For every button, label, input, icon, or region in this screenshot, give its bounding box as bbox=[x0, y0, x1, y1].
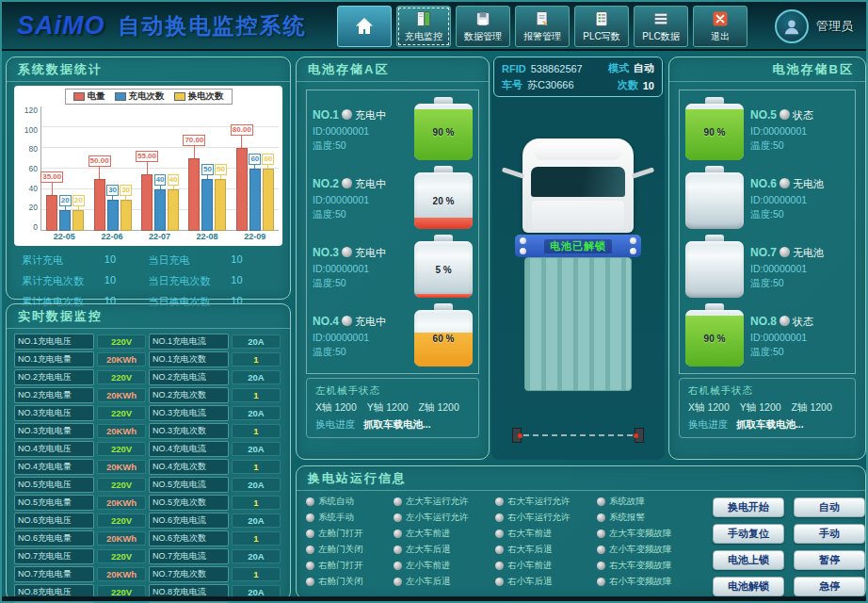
control-button[interactable]: 换电开始 bbox=[713, 497, 784, 517]
battery-status: 状态 bbox=[793, 316, 813, 327]
realtime-grid: NO.1充电电压220VNO.1充电电流20ANO.1充电电量20KWhNO.1… bbox=[7, 329, 290, 603]
control-button[interactable]: 自动 bbox=[794, 497, 865, 517]
status-led-icon bbox=[306, 513, 314, 522]
arm-axes: X轴 1200 Y轴 1200 Z轴 1200 bbox=[688, 401, 846, 415]
field-label: NO.2充电次数 bbox=[149, 387, 229, 403]
arm-progress-row: 换电进度 抓取车载电池... bbox=[688, 418, 846, 432]
battery-temp: 温度:50 bbox=[313, 346, 408, 359]
bar-value-label: 60 bbox=[262, 154, 274, 165]
axis-readout: Z轴 1200 bbox=[792, 401, 832, 415]
battery-temp: 温度:50 bbox=[750, 277, 849, 290]
field-value: 20KWh bbox=[97, 496, 146, 510]
nav-alarm-manage-button[interactable]: 报警管理 bbox=[515, 6, 570, 47]
app-title: 自动换电监控系统 bbox=[119, 11, 307, 41]
battery-cap bbox=[434, 166, 453, 172]
field-value: 220V bbox=[97, 513, 146, 528]
status-led-icon bbox=[394, 562, 402, 570]
home-icon bbox=[353, 15, 376, 38]
status-indicator-label: 右舱门关闭 bbox=[318, 576, 363, 588]
bar-value-label: 60 bbox=[249, 154, 261, 165]
axis-readout: X轴 1200 bbox=[688, 401, 730, 415]
control-button[interactable]: 电池上锁 bbox=[713, 550, 784, 570]
battery-number: NO.5 bbox=[750, 108, 777, 122]
bar-series-1: 30 bbox=[106, 106, 119, 231]
nav-home-button[interactable] bbox=[337, 6, 392, 47]
x-tick-label: 22-05 bbox=[40, 231, 88, 241]
summary-value: 10 bbox=[104, 253, 149, 268]
battery-percent: 60 % bbox=[414, 310, 473, 367]
bar bbox=[141, 174, 153, 232]
field-label: NO.5充电次数 bbox=[149, 495, 229, 511]
arm-progress-label: 换电进度 bbox=[688, 418, 728, 430]
truck-mirror-left bbox=[502, 167, 524, 178]
bar-value-label: 20 bbox=[72, 195, 85, 206]
area-a-title: 电池存储A区 bbox=[297, 57, 489, 82]
legend-swatch-icon bbox=[115, 92, 126, 101]
station-panel-title: 换电站运行信息 bbox=[297, 466, 865, 491]
realtime-row: NO.2充电电压220VNO.2充电电流20A bbox=[14, 369, 282, 385]
status-indicator: 右舱门打开 bbox=[306, 560, 385, 572]
bar bbox=[107, 200, 119, 231]
area-b-title: 电池存储B区 bbox=[669, 57, 865, 82]
nav-charge-monitor-button[interactable]: 充电监控 bbox=[396, 6, 451, 47]
field-value: 20A bbox=[232, 442, 281, 456]
realtime-panel: 实时数据监控 NO.1充电电压220VNO.1充电电流20ANO.1充电电量20… bbox=[6, 303, 291, 601]
truck-top-view: 电池已解锁 bbox=[515, 139, 641, 391]
battery-body: 60 % bbox=[414, 310, 473, 367]
arm-title: 左机械手状态 bbox=[315, 384, 470, 398]
control-button[interactable]: 暂停 bbox=[794, 550, 865, 570]
battery-slot: NO.7无电池ID:00000001温度:50 bbox=[685, 235, 849, 298]
legend-label: 电量 bbox=[88, 90, 105, 103]
x-tick-label: 22-08 bbox=[184, 231, 232, 241]
status-indicator: 左小车运行允许 bbox=[394, 512, 487, 524]
field-label: NO.5充电电量 bbox=[14, 495, 94, 511]
status-led-icon bbox=[394, 497, 402, 506]
field-value: 1 bbox=[232, 388, 281, 402]
bar-value-label: 30 bbox=[106, 185, 119, 196]
battery-area-a-panel: 电池存储A区 NO.1充电中ID:00000001温度:5090 %NO.2充电… bbox=[296, 57, 490, 460]
nav-data-manage-button[interactable]: 数据管理 bbox=[456, 6, 510, 47]
x-tick-label: 22-07 bbox=[136, 231, 184, 241]
lamp-icon bbox=[630, 248, 636, 254]
status-indicator-label: 左小车运行允许 bbox=[406, 512, 469, 524]
summary-value: 10 bbox=[104, 274, 149, 288]
nav-plc-write-button[interactable]: PLC写数 bbox=[574, 6, 629, 47]
status-indicator: 右大车运行允许 bbox=[495, 496, 588, 508]
battery-cap bbox=[434, 97, 453, 104]
nav-plc-data-button[interactable]: PLC数据 bbox=[634, 6, 688, 47]
sensor-beam bbox=[523, 434, 633, 436]
status-led-icon bbox=[597, 513, 605, 522]
control-button[interactable]: 手动复位 bbox=[713, 524, 784, 544]
field-value: 220V bbox=[97, 442, 146, 456]
field-label: NO.3充电电压 bbox=[14, 405, 94, 421]
status-led-icon bbox=[394, 513, 402, 522]
control-button[interactable]: 急停 bbox=[794, 577, 865, 596]
battery-id: ID:00000001 bbox=[313, 332, 408, 343]
battery-cap bbox=[705, 303, 724, 310]
field-value: 20A bbox=[232, 334, 281, 349]
battery-number: NO.3 bbox=[313, 246, 339, 259]
summary-row: 累计充电次数10当日充电次数10 bbox=[22, 274, 275, 288]
app-screen: SAiMO 自动换电监控系统 充电监控数据管理报警管理PLC写数PLC数据退出 … bbox=[0, 0, 868, 603]
control-button[interactable]: 手动 bbox=[794, 524, 865, 544]
battery-status: 充电中 bbox=[355, 178, 386, 189]
field-value: 1 bbox=[232, 424, 281, 438]
nav-exit-button[interactable]: 退出 bbox=[693, 6, 747, 47]
battery-info: NO.2充电中ID:00000001温度:50 bbox=[313, 174, 408, 221]
avatar[interactable] bbox=[775, 9, 809, 43]
battery-body: 20 % bbox=[414, 172, 473, 229]
battery-body: 5 % bbox=[414, 241, 473, 298]
arm-progress-value: 抓取车载电池... bbox=[363, 418, 431, 430]
field-label: NO.3充电次数 bbox=[149, 423, 229, 439]
realtime-row: NO.5充电电量20KWhNO.5充电次数1 bbox=[14, 495, 282, 511]
control-button[interactable]: 电池解锁 bbox=[713, 577, 784, 596]
leader-line bbox=[52, 183, 53, 195]
field-label: NO.6充电电量 bbox=[14, 530, 94, 546]
battery-temp: 温度:50 bbox=[750, 208, 849, 221]
field-label: NO.6充电次数 bbox=[149, 530, 229, 546]
battery-info: NO.7无电池ID:00000001温度:50 bbox=[750, 243, 849, 290]
nav-label: 退出 bbox=[711, 30, 730, 43]
truck-hood bbox=[532, 201, 624, 229]
field-value: 1 bbox=[232, 352, 281, 367]
realtime-row: NO.3充电电量20KWhNO.3充电次数1 bbox=[14, 423, 282, 439]
